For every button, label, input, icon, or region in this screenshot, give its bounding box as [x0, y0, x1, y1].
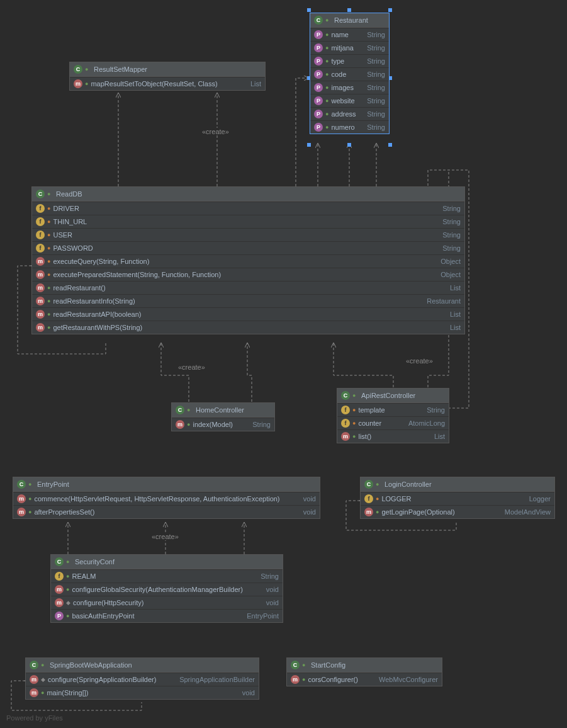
visibility-icon: ●: [352, 420, 356, 426]
member-row[interactable]: f●USERString: [32, 228, 464, 241]
member-row[interactable]: P●numeroString: [310, 120, 389, 134]
visibility-icon: ●: [47, 191, 53, 197]
member-type: String: [442, 205, 461, 212]
member-name: REALM: [72, 572, 258, 580]
class-header[interactable]: C●SpringBootWebApplication: [26, 658, 259, 673]
member-row[interactable]: m●configureGlobalSecurity(Authentication…: [51, 583, 283, 596]
class-header[interactable]: C●Restaurant: [310, 13, 389, 28]
member-name: basicAuthEntryPoint: [72, 612, 244, 620]
method-icon: m: [74, 79, 82, 88]
property-icon: P: [314, 123, 323, 132]
member-row[interactable]: m●mapResultSetToObject(ResultSet, Class)…: [70, 77, 265, 90]
visibility-icon: ●: [325, 58, 328, 64]
field-icon: f: [36, 217, 45, 226]
class-header[interactable]: C●ResultSetMapper: [70, 62, 265, 77]
member-row[interactable]: m●readRestaurantInfo(String)Restaurant: [32, 294, 464, 307]
class-SpringBootWebApplication[interactable]: C●SpringBootWebApplicationm◆configure(Sp…: [25, 657, 259, 700]
member-row[interactable]: m●main(String[])void: [26, 686, 259, 699]
member-row[interactable]: P●codeString: [310, 67, 389, 81]
class-header[interactable]: C●EntryPoint: [13, 477, 320, 492]
member-row[interactable]: m◆configure(SpringApplicationBuilder)Spr…: [26, 673, 259, 686]
method-icon: m: [36, 310, 45, 319]
visibility-icon: ●: [325, 98, 328, 104]
class-LoginController[interactable]: C●LoginControllerf●LOGGERLoggerm●getLogi…: [360, 477, 555, 519]
member-row[interactable]: P●typeString: [310, 54, 389, 67]
member-type: String: [442, 231, 461, 239]
member-row[interactable]: f●LOGGERLogger: [361, 492, 554, 505]
member-row[interactable]: P●imagesString: [310, 81, 389, 94]
member-row[interactable]: m◆configure(HttpSecurity)void: [51, 596, 283, 609]
class-header[interactable]: C●ApiRestController: [337, 389, 449, 403]
visibility-icon: ●: [28, 496, 31, 502]
member-name: commence(HttpServletRequest, HttpServlet…: [34, 495, 300, 503]
member-name: THIN_URL: [53, 218, 440, 225]
class-header[interactable]: C●SecurityConf: [51, 555, 283, 569]
member-row[interactable]: m●executeQuery(String, Function)Object: [32, 254, 464, 268]
member-name: images: [331, 84, 364, 91]
class-header[interactable]: C●StartConfig: [287, 658, 442, 673]
member-row[interactable]: f●templateString: [337, 403, 449, 416]
class-SecurityConf[interactable]: C●SecurityConff●REALMStringm●configureGl…: [50, 554, 283, 623]
member-row[interactable]: m●readRestaurant()List: [32, 281, 464, 294]
member-type: String: [261, 572, 279, 580]
member-row[interactable]: f●THIN_URLString: [32, 215, 464, 228]
visibility-icon: ●: [376, 496, 379, 502]
class-Restaurant[interactable]: C●RestaurantP●nameStringP●mitjanaStringP…: [310, 13, 390, 134]
member-row[interactable]: m●list()List: [337, 429, 449, 443]
member-row[interactable]: m●corsConfigurer()WebMvcConfigurer: [287, 673, 442, 686]
member-row[interactable]: P●mitjanaString: [310, 41, 389, 54]
class-name: ReadDB: [56, 190, 461, 198]
member-row[interactable]: m●commence(HttpServletRequest, HttpServl…: [13, 492, 320, 505]
class-EntryPoint[interactable]: C●EntryPointm●commence(HttpServletReques…: [13, 477, 320, 519]
visibility-icon: ●: [66, 586, 69, 593]
class-header[interactable]: C●LoginController: [361, 477, 554, 492]
member-name: corsConfigurer(): [308, 676, 376, 683]
member-row[interactable]: m●getRestaurantWithPS(String)List: [32, 321, 464, 334]
method-icon: m: [36, 323, 45, 332]
field-icon: f: [36, 204, 45, 213]
member-name: LOGGER: [381, 495, 526, 503]
property-icon: P: [314, 57, 323, 65]
member-row[interactable]: f●REALMString: [51, 569, 283, 583]
class-icon: C: [364, 480, 373, 489]
member-type: String: [367, 57, 385, 65]
class-HomeController[interactable]: C●HomeControllerm●index(Model)String: [171, 402, 275, 431]
member-type: void: [266, 599, 279, 606]
class-StartConfig[interactable]: C●StartConfigm●corsConfigurer()WebMvcCon…: [286, 657, 442, 686]
member-row[interactable]: m●executePreparedStatement(String, Funct…: [32, 268, 464, 281]
member-row[interactable]: m●afterPropertiesSet()void: [13, 505, 320, 518]
member-row[interactable]: P●addressString: [310, 107, 389, 120]
member-row[interactable]: f●PASSWORDString: [32, 241, 464, 254]
class-ResultSetMapper[interactable]: C●ResultSetMapperm●mapResultSetToObject(…: [69, 62, 266, 91]
member-row[interactable]: m●index(Model)String: [172, 418, 274, 431]
member-row[interactable]: P●nameString: [310, 28, 389, 41]
member-row[interactable]: P●websiteString: [310, 94, 389, 107]
visibility-icon: ●: [352, 407, 356, 413]
member-row[interactable]: P●basicAuthEntryPointEntryPoint: [51, 609, 283, 622]
member-type: String: [367, 123, 385, 131]
class-name: LoginController: [385, 481, 551, 488]
member-row[interactable]: f●counterAtomicLong: [337, 416, 449, 429]
member-name: template: [358, 406, 424, 414]
member-name: address: [331, 110, 364, 118]
member-type: String: [367, 31, 385, 38]
member-row[interactable]: f●DRIVERString: [32, 202, 464, 215]
member-type: String: [367, 110, 385, 118]
visibility-icon: ●: [325, 31, 328, 38]
class-header[interactable]: C●HomeController: [172, 403, 274, 418]
member-type: AtomicLong: [408, 419, 445, 427]
member-name: USER: [53, 231, 440, 239]
member-type: List: [450, 284, 461, 292]
class-ApiRestController[interactable]: C●ApiRestControllerf●templateStringf●cou…: [337, 388, 449, 443]
property-icon: P: [314, 96, 323, 105]
class-ReadDB[interactable]: C●ReadDBf●DRIVERStringf●THIN_URLStringf●…: [31, 186, 465, 334]
member-name: numero: [331, 123, 364, 131]
member-name: website: [331, 97, 364, 105]
class-name: ApiRestController: [361, 392, 445, 399]
member-row[interactable]: m●readRestaurantAPI(boolean)List: [32, 307, 464, 321]
member-name: readRestaurant(): [53, 284, 447, 292]
member-row[interactable]: m●getLoginPage(Optional)ModelAndView: [361, 505, 554, 518]
field-icon: f: [55, 572, 64, 581]
class-header[interactable]: C●ReadDB: [32, 187, 464, 202]
member-name: index(Model): [193, 421, 250, 428]
